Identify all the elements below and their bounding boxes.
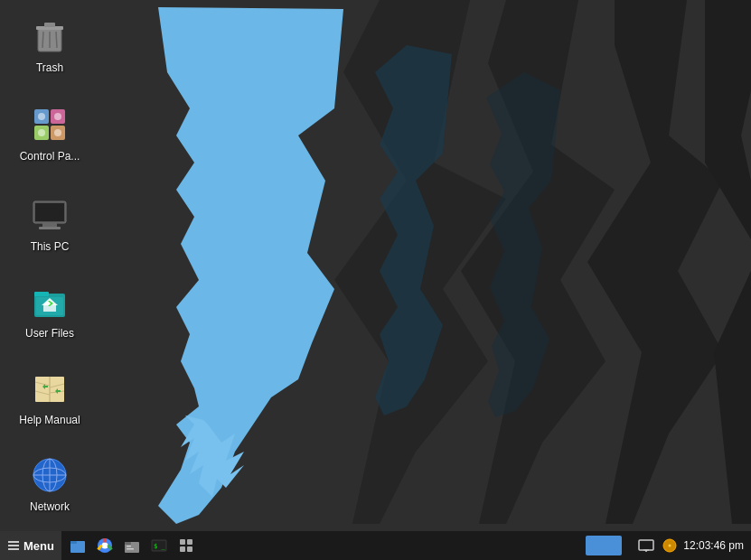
this-pc-icon[interactable]: This PC: [9, 188, 90, 258]
system-tray: 12:03:46 pm: [629, 531, 751, 560]
help-manual-icon[interactable]: Help Manual: [9, 361, 90, 432]
svg-rect-26: [39, 227, 61, 229]
svg-rect-55: [127, 546, 131, 547]
taskbar-files-button[interactable]: [65, 534, 90, 557]
svg-rect-47: [8, 545, 19, 546]
svg-rect-59: [180, 539, 185, 545]
svg-rect-61: [180, 546, 185, 552]
control-panel-icon[interactable]: Control Pa...: [9, 98, 90, 168]
svg-rect-11: [44, 23, 55, 27]
svg-point-20: [54, 113, 61, 120]
svg-rect-25: [42, 223, 57, 227]
menu-label: Menu: [23, 539, 54, 553]
svg-point-19: [38, 113, 45, 120]
display-tray-icon[interactable]: [636, 536, 656, 555]
desktop: Trash Control Pa...: [0, 0, 751, 531]
taskbar-filemanager-button[interactable]: [119, 534, 145, 557]
taskbar-extra-button[interactable]: [174, 534, 199, 557]
svg-rect-46: [8, 541, 19, 543]
svg-point-68: [669, 545, 671, 547]
svg-text:$ _: $ _: [154, 543, 165, 550]
trash-icon[interactable]: Trash: [9, 9, 90, 79]
svg-line-12: [42, 32, 43, 48]
svg-rect-63: [639, 540, 653, 550]
taskbar-browser-button[interactable]: [92, 534, 117, 557]
menu-icon: [7, 539, 20, 552]
user-files-icon[interactable]: User Files: [9, 275, 90, 345]
menu-button[interactable]: Menu: [0, 531, 61, 560]
taskbar-terminal-button[interactable]: $ _: [146, 534, 172, 557]
svg-point-52: [101, 543, 108, 549]
svg-point-22: [54, 129, 61, 136]
taskbar: Menu: [0, 531, 751, 560]
svg-rect-60: [187, 539, 192, 545]
svg-rect-56: [127, 548, 134, 550]
svg-point-21: [38, 129, 45, 136]
svg-rect-62: [187, 546, 192, 552]
quick-launch: $ _: [61, 531, 202, 560]
svg-rect-54: [125, 542, 131, 545]
active-window[interactable]: [586, 536, 622, 555]
svg-rect-48: [8, 548, 19, 550]
network-icon[interactable]: Network: [9, 448, 90, 518]
svg-line-14: [56, 32, 57, 48]
svg-rect-24: [35, 203, 64, 221]
wallpaper: [0, 0, 751, 531]
volume-tray-icon[interactable]: [660, 536, 680, 555]
clock: 12:03:46 pm: [683, 539, 744, 552]
svg-rect-28: [34, 292, 49, 296]
svg-rect-50: [70, 541, 77, 544]
